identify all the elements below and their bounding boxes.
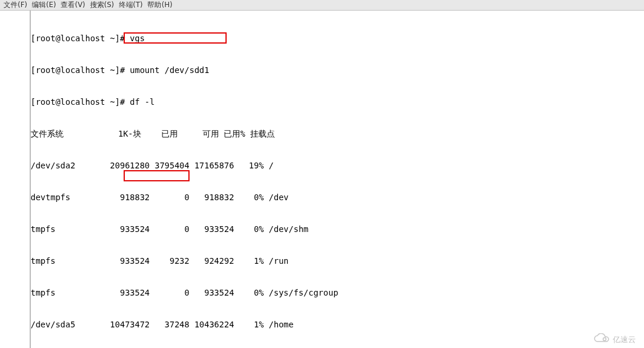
prompt: [root@localhost ~]# — [31, 97, 130, 107]
menu-help[interactable]: 帮助(H) — [147, 0, 172, 10]
df-row: /dev/sda5 10473472 37248 10436224 1% /ho… — [31, 319, 644, 330]
watermark: 亿速云 — [593, 333, 636, 346]
terminal-line: [root@localhost ~]# umount /dev/sdd1 — [31, 65, 644, 75]
svg-point-0 — [603, 338, 606, 341]
terminal[interactable]: [root@localhost ~]# vgs [root@localhost … — [30, 11, 644, 348]
prompt: [root@localhost ~]# — [31, 65, 130, 75]
menu-edit[interactable]: 编辑(E) — [32, 0, 56, 10]
cmd-vgs: vgs — [130, 34, 145, 43]
menu-view[interactable]: 查看(V) — [61, 0, 85, 10]
terminal-wrapper: [root@localhost ~]# vgs [root@localhost … — [0, 11, 644, 348]
terminal-line: [root@localhost ~]# df -l — [31, 97, 644, 107]
watermark-text: 亿速云 — [613, 334, 636, 345]
df-row: devtmpfs 918832 0 918832 0% /dev — [31, 192, 644, 203]
menu-file[interactable]: 文件(F) — [4, 0, 27, 10]
cloud-icon — [593, 333, 610, 346]
df-row: tmpfs 933524 0 933524 0% /sys/fs/cgroup — [31, 287, 644, 298]
cmd-umount: umount /dev/sdd1 — [130, 65, 210, 75]
df-row: tmpfs 933524 9232 924292 1% /run — [31, 256, 644, 266]
df-header: 文件系统 1K-块 已用 可用 已用% 挂载点 — [31, 128, 644, 139]
prompt: [root@localhost ~]# — [31, 34, 130, 43]
terminal-line: [root@localhost ~]# vgs — [31, 33, 644, 44]
menu-terminal[interactable]: 终端(T) — [119, 0, 143, 10]
left-gutter — [0, 11, 30, 348]
menu-search[interactable]: 搜索(S) — [90, 0, 114, 10]
cmd-df: df -l — [130, 97, 155, 107]
menubar: 文件(F) 编辑(E) 查看(V) 搜索(S) 终端(T) 帮助(H) — [0, 0, 644, 11]
df-row: tmpfs 933524 0 933524 0% /dev/shm — [31, 224, 644, 234]
df-row: /dev/sda2 20961280 3795404 17165876 19% … — [31, 160, 644, 171]
highlight-mount — [124, 170, 190, 181]
